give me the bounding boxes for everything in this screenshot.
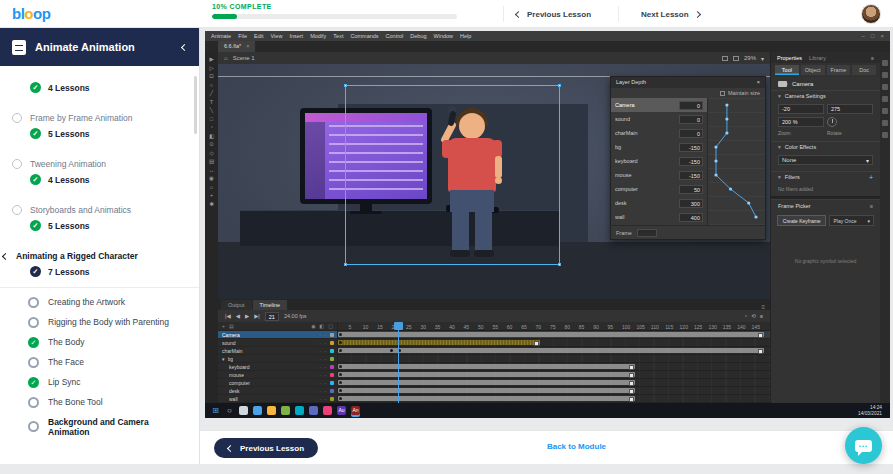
maintain-size-checkbox[interactable] <box>720 91 725 96</box>
menu-debug[interactable]: Debug <box>410 33 426 39</box>
module-item[interactable]: Storyboards and Animatics <box>12 205 187 215</box>
color-effect-select[interactable]: None ▾ <box>778 155 873 165</box>
camera-rotate-field[interactable]: 275 <box>827 104 873 114</box>
free-transform-tool[interactable]: ⊡ <box>209 73 214 80</box>
bone-tool[interactable]: ⊙ <box>209 141 214 148</box>
document-tab[interactable]: 6.6.fla*× <box>218 41 255 52</box>
file-explorer-icon[interactable] <box>267 406 276 415</box>
layer-depth-value[interactable]: 0 <box>679 101 703 110</box>
lesson-item[interactable]: ✓Lip Sync <box>0 372 199 392</box>
zoom-level[interactable]: 29% <box>744 55 756 61</box>
previous-frame-button[interactable]: ◀ <box>236 313 240 319</box>
new-layer-icon[interactable]: + <box>222 323 225 329</box>
selection-tool[interactable]: ▶ <box>209 56 213 63</box>
browser-icon[interactable] <box>281 406 290 415</box>
panel-menu-icon[interactable]: ≡ <box>870 203 873 209</box>
timeline-track[interactable] <box>338 395 770 403</box>
timeline-layer[interactable]: wall· · <box>218 395 337 403</box>
timeline-layer[interactable]: ▾bg· · <box>218 355 337 363</box>
timeline-layer[interactable]: keyboard· · <box>218 363 337 371</box>
lesson-item[interactable]: The Face <box>0 352 199 372</box>
library-tab[interactable]: Library <box>809 55 826 61</box>
show-all-icon[interactable]: ◉ <box>311 323 315 329</box>
selection-handle[interactable] <box>558 84 561 87</box>
layer-depth-value[interactable]: -150 <box>679 143 703 152</box>
selection-handle[interactable] <box>344 263 347 266</box>
layer-depth-row[interactable]: sound0 <box>611 112 707 126</box>
layer-visibility-dots[interactable]: · · <box>319 380 327 386</box>
layer-visibility-dots[interactable]: · · <box>319 356 327 362</box>
onion-skin-icon[interactable]: ◔ <box>744 313 747 319</box>
lesson-item[interactable]: ✓The Body <box>0 332 199 352</box>
edge-browser-icon[interactable] <box>253 406 262 415</box>
bloop-logo[interactable]: bloop <box>12 5 50 22</box>
menu-help[interactable]: Help <box>460 33 471 39</box>
menu-animate[interactable]: Animate <box>211 33 231 39</box>
start-icon[interactable]: ⊞ <box>211 406 220 415</box>
current-frame-field[interactable]: 21 <box>265 312 279 321</box>
timeline-options-icon[interactable]: ≡ <box>760 313 763 319</box>
timeline-track[interactable] <box>338 331 770 339</box>
close-tab-icon[interactable]: × <box>246 41 249 52</box>
menu-file[interactable]: File <box>238 33 247 39</box>
panel-icon[interactable] <box>882 60 888 66</box>
layer-visibility-dots[interactable]: · · <box>319 388 327 394</box>
width-tool[interactable]: ↔ <box>209 167 215 174</box>
menu-insert[interactable]: Insert <box>289 33 303 39</box>
subselection-tool[interactable]: ▷ <box>209 65 213 72</box>
timeline-tab[interactable]: Timeline <box>253 300 288 310</box>
minimize-icon[interactable]: – <box>862 33 865 39</box>
properties-tab-doc[interactable]: Doc <box>852 65 876 75</box>
layer-depth-row[interactable]: computer50 <box>611 182 707 196</box>
app-teal-icon[interactable] <box>295 406 304 415</box>
search-icon[interactable]: ○ <box>225 406 234 415</box>
menu-commands[interactable]: Commands <box>350 33 378 39</box>
layer-depth-row[interactable]: bg-150 <box>611 140 707 154</box>
task-view-icon[interactable] <box>239 406 248 415</box>
layer-visibility-dots[interactable]: · · <box>319 364 327 370</box>
sidebar-scrollbar[interactable] <box>194 76 197 134</box>
timeline-track[interactable] <box>338 339 770 347</box>
last-frame-button[interactable]: ▶| <box>254 313 260 319</box>
close-icon[interactable]: × <box>880 33 884 39</box>
timeline-layer[interactable]: charMain· · <box>218 347 337 355</box>
close-panel-icon[interactable]: × <box>757 77 760 88</box>
panel-icon[interactable] <box>882 96 888 102</box>
audition-icon[interactable]: Au <box>337 406 346 415</box>
properties-tab[interactable]: Properties <box>777 55 802 61</box>
panel-menu-icon[interactable]: ≡ <box>871 55 874 61</box>
module-item-active[interactable]: Animating a Rigged Character <box>12 251 187 261</box>
menu-edit[interactable]: Edit <box>254 33 263 39</box>
panel-icon[interactable] <box>882 120 888 126</box>
timeline-track[interactable] <box>338 355 770 363</box>
layer-visibility-dots[interactable]: · · <box>319 332 327 338</box>
lock-all-icon[interactable]: ◧ <box>320 323 325 329</box>
panel-icon[interactable] <box>882 84 888 90</box>
outline-all-icon[interactable]: ▢ <box>328 323 333 329</box>
lesson-item[interactable]: Creating the Artwork <box>0 292 199 312</box>
first-frame-button[interactable]: |◀ <box>225 313 231 319</box>
previous-lesson-button[interactable]: Previous Lesson <box>516 0 591 28</box>
timeline-track[interactable] <box>338 371 770 379</box>
caret-down-icon[interactable]: ▾ <box>222 356 225 362</box>
frame-picker-section[interactable]: Frame Picker ≡ <box>771 200 880 211</box>
rectangle-tool[interactable]: □ <box>210 116 213 123</box>
paint-bucket-tool[interactable]: ◇ <box>209 150 213 157</box>
lesson-item[interactable]: Background and Camera Animation <box>0 412 199 441</box>
layer-visibility-dots[interactable]: · · <box>319 348 327 354</box>
color-effects-section[interactable]: ▾ Color Effects <box>771 141 880 152</box>
layer-depth-value[interactable]: -150 <box>679 171 703 180</box>
properties-tab-frame[interactable]: Frame <box>827 65 851 75</box>
layer-visibility-dots[interactable]: · · <box>319 372 327 378</box>
camera-zoom-field[interactable]: 200 % <box>778 117 824 127</box>
timeline-layer[interactable]: mouse· · <box>218 371 337 379</box>
fit-stage-icon[interactable] <box>733 56 739 61</box>
layer-depth-value[interactable]: 0 <box>679 115 703 124</box>
timeline-layer[interactable]: Camera· · <box>218 331 337 339</box>
layer-depth-row[interactable]: desk300 <box>611 196 707 210</box>
user-avatar[interactable] <box>861 4 881 24</box>
panel-menu-icon[interactable]: ≡ <box>761 304 770 310</box>
pen-tool[interactable]: ╱ <box>210 90 213 97</box>
layer-depth-value[interactable]: 0 <box>679 129 703 138</box>
layer-depth-row[interactable]: charMain0 <box>611 126 707 140</box>
